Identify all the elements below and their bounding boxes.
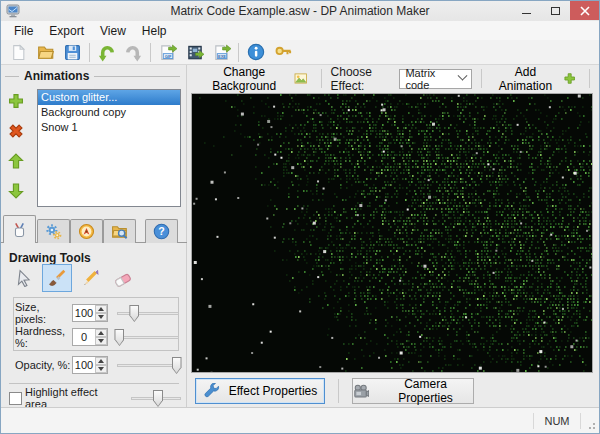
opacity-down-button[interactable] <box>95 365 107 373</box>
effect-properties-label: Effect Properties <box>229 384 318 398</box>
folder-search-icon <box>111 223 128 240</box>
size-down-button[interactable] <box>95 313 107 321</box>
hardness-label: Hardness, %: <box>15 325 72 349</box>
camera-properties-button[interactable]: Camera Properties <box>352 378 474 404</box>
tab-browse[interactable] <box>103 219 136 243</box>
delete-x-icon <box>7 122 25 140</box>
toolbar-separator <box>150 43 151 62</box>
export-exe-button[interactable]: EXE <box>208 41 235 64</box>
resize-grip[interactable] <box>581 415 599 433</box>
brush-tool-button[interactable] <box>42 264 72 292</box>
delete-animation-button[interactable] <box>6 121 26 140</box>
spin-down-icon <box>98 339 104 343</box>
eraser-icon <box>114 269 132 287</box>
minimize-button[interactable] <box>512 1 541 20</box>
menu-bar: File Export View Help <box>1 21 599 40</box>
highlight-checkbox[interactable] <box>9 392 22 405</box>
open-file-icon <box>37 43 55 61</box>
opacity-stepper[interactable]: 100 <box>72 356 108 374</box>
tab-settings[interactable] <box>37 219 70 243</box>
info-icon <box>247 43 265 61</box>
hardness-stepper[interactable]: 0 <box>72 328 108 346</box>
slider-thumb[interactable] <box>172 357 182 374</box>
menu-export[interactable]: Export <box>41 22 92 40</box>
slider-thumb[interactable] <box>114 329 124 346</box>
register-key-button[interactable] <box>269 41 296 64</box>
change-background-button[interactable]: Change Background <box>197 63 312 95</box>
effect-bar-separator <box>481 69 482 88</box>
preview-area[interactable] <box>191 93 593 373</box>
redo-icon <box>124 43 143 62</box>
export-exe-icon: EXE <box>213 43 231 61</box>
size-stepper[interactable]: 100 <box>72 304 108 322</box>
new-file-button[interactable] <box>5 41 32 64</box>
drawing-tools-row <box>9 264 138 292</box>
eraser-tool-button[interactable] <box>108 264 138 292</box>
tab-drawing-tools[interactable] <box>3 215 36 243</box>
select-tool-button[interactable] <box>9 264 39 292</box>
size-up-button[interactable] <box>95 305 107 313</box>
animations-title: Animations <box>24 69 89 83</box>
animations-group-label: Animations <box>5 69 180 83</box>
preview-canvas[interactable] <box>192 94 592 372</box>
save-button[interactable] <box>59 41 86 64</box>
resize-grip-icon <box>581 415 597 431</box>
slider-track <box>117 364 179 367</box>
drawing-tools-heading: Drawing Tools <box>9 251 91 265</box>
undo-icon <box>97 43 116 62</box>
effect-dropdown[interactable]: Matrix code <box>399 69 472 89</box>
redo-button[interactable] <box>120 41 147 64</box>
left-panel: Animations Custom glitter... <box>1 65 187 409</box>
tool-tabs: ? <box>1 215 187 243</box>
tab-help[interactable]: ? <box>145 219 178 243</box>
about-button[interactable] <box>242 41 269 64</box>
export-gif-button[interactable]: GIF <box>154 41 181 64</box>
pencil-tool-button[interactable] <box>75 264 105 292</box>
size-slider[interactable] <box>117 304 179 322</box>
effect-properties-button[interactable]: Effect Properties <box>195 378 325 404</box>
animations-list[interactable]: Custom glitter... Background copy Snow 1 <box>37 89 181 207</box>
effect-bar: Change Background Choose Effect: Matrix … <box>187 65 599 92</box>
export-video-button[interactable] <box>181 41 208 64</box>
opacity-row: Opacity, %: 100 <box>15 355 179 375</box>
menu-file[interactable]: File <box>6 22 41 40</box>
list-item[interactable]: Background copy <box>38 105 180 120</box>
list-item[interactable]: Snow 1 <box>38 120 180 135</box>
tab-navigation[interactable] <box>70 219 103 243</box>
opacity-up-button[interactable] <box>95 357 107 365</box>
add-animation-button[interactable] <box>6 91 26 110</box>
menu-help[interactable]: Help <box>134 22 175 40</box>
maximize-button[interactable] <box>541 1 570 20</box>
spin-up-icon <box>98 307 104 311</box>
spin-up-icon <box>98 359 104 363</box>
close-button[interactable] <box>570 1 599 20</box>
slider-thumb[interactable] <box>153 390 163 407</box>
open-file-button[interactable] <box>32 41 59 64</box>
list-item[interactable]: Custom glitter... <box>38 90 180 105</box>
slider-thumb[interactable] <box>129 305 139 322</box>
maximize-icon <box>551 7 560 15</box>
opacity-slider[interactable] <box>117 356 179 374</box>
new-file-icon <box>10 44 27 61</box>
hardness-down-button[interactable] <box>95 337 107 345</box>
hardness-up-button[interactable] <box>95 329 107 337</box>
hardness-slider[interactable] <box>117 328 179 346</box>
toolbar-separator <box>238 43 239 62</box>
highlight-slider[interactable] <box>131 389 181 407</box>
add-animation-label: Add Animation <box>495 65 556 93</box>
add-animation-bar-button[interactable]: Add Animation <box>491 63 580 95</box>
compass-icon <box>78 223 95 240</box>
menu-view[interactable]: View <box>92 22 134 40</box>
opacity-spin-buttons <box>95 357 107 373</box>
minimize-icon <box>522 13 531 14</box>
move-up-button[interactable] <box>6 151 26 170</box>
brush-cup-icon <box>11 221 28 238</box>
svg-text:GIF: GIF <box>164 54 171 59</box>
undo-button[interactable] <box>93 41 120 64</box>
window-title: Matrix Code Example.asw - DP Animation M… <box>1 4 599 18</box>
change-background-label: Change Background <box>201 65 287 93</box>
arrow-up-icon <box>7 152 25 170</box>
pencil-icon <box>81 269 99 287</box>
save-icon <box>64 44 81 61</box>
move-down-button[interactable] <box>6 181 26 200</box>
